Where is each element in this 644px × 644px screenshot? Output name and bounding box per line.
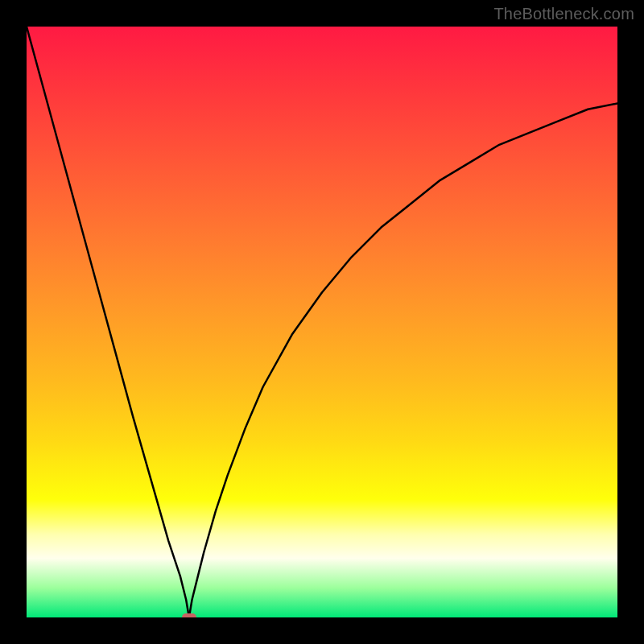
series-left-branch xyxy=(27,27,189,617)
chart-frame: TheBottleneck.com xyxy=(0,0,644,644)
series-right-branch xyxy=(189,103,617,617)
watermark-text: TheBottleneck.com xyxy=(493,5,634,23)
plot-area xyxy=(27,27,617,617)
bottleneck-marker xyxy=(182,613,196,617)
curve-svg xyxy=(27,27,617,617)
